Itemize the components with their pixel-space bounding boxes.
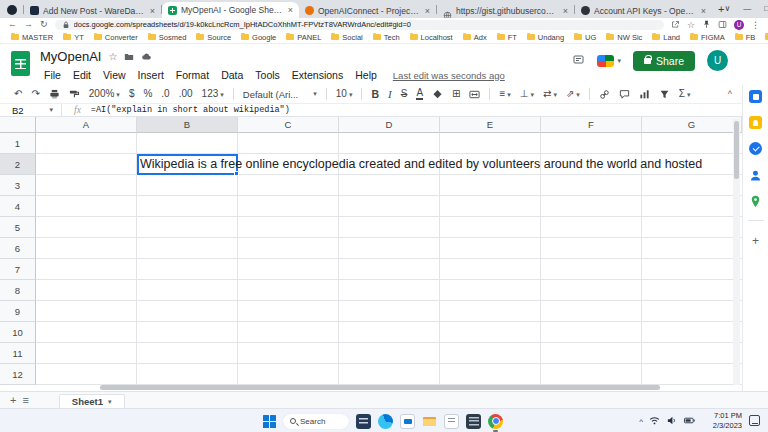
bookmark-folder-tech[interactable]: Tech — [370, 33, 403, 42]
wifi-icon[interactable] — [649, 412, 660, 430]
bookmark-folder-source[interactable]: Source — [193, 33, 234, 42]
bookmark-folder-converter[interactable]: Converter — [91, 33, 141, 42]
keep-icon[interactable] — [749, 116, 762, 129]
horizontal-align-select[interactable]: ≡ ▾ — [499, 89, 510, 99]
row-header-3[interactable]: 3 — [0, 175, 36, 196]
bookmark-star-icon[interactable]: ☆ — [687, 20, 695, 30]
bookmark-folder-gov[interactable]: Gov — [762, 33, 768, 42]
notification-center-icon[interactable] — [749, 415, 760, 426]
sheet-tab-sheet1[interactable]: Sheet1 ▾ — [59, 394, 125, 409]
pinned-tab-favicon[interactable] — [7, 5, 17, 15]
share-button[interactable]: Share — [633, 51, 695, 71]
tray-chevron-icon[interactable]: ^ — [639, 417, 643, 426]
vertical-align-select[interactable]: ⊥ ▾ — [520, 89, 534, 99]
decrease-decimal-icon[interactable]: .0 — [161, 89, 169, 99]
zoom-select[interactable]: 200% ▾ — [89, 89, 120, 99]
text-color-icon[interactable]: A — [416, 88, 423, 100]
tab-close-icon[interactable]: × — [563, 6, 568, 16]
move-folder-icon[interactable] — [124, 52, 134, 62]
bookmark-folder-ug[interactable]: UG — [571, 33, 599, 42]
tab-close-icon[interactable]: × — [150, 6, 155, 16]
column-header-a[interactable]: A — [36, 117, 137, 133]
menu-data[interactable]: Data — [215, 68, 249, 82]
vertical-scrollbar[interactable] — [733, 119, 740, 385]
extension-pin-icon[interactable] — [702, 20, 711, 29]
name-box[interactable]: B2 ▾ — [0, 104, 62, 116]
browser-menu-icon[interactable]: ⋮ — [751, 20, 760, 30]
star-icon[interactable]: ☆ — [108, 51, 117, 62]
vertical-scrollbar-thumb[interactable] — [734, 121, 739, 179]
browser-profile-avatar[interactable]: U — [734, 20, 744, 30]
bookmark-folder-google[interactable]: Google — [238, 33, 279, 42]
browser-tab-4[interactable]: https://gist.githubusercontent.c...× — [437, 3, 574, 18]
notepad-icon[interactable] — [444, 414, 459, 429]
column-header-e[interactable]: E — [440, 117, 541, 133]
horizontal-scrollbar-thumb[interactable] — [100, 385, 660, 390]
back-icon[interactable]: ← — [8, 20, 17, 29]
tasks-icon[interactable] — [749, 142, 762, 155]
column-header-f[interactable]: F — [541, 117, 642, 133]
strikethrough-icon[interactable]: S — [401, 89, 408, 99]
meet-button[interactable]: ▾ — [597, 55, 621, 67]
side-panel-icon[interactable] — [718, 20, 727, 29]
row-header-4[interactable]: 4 — [0, 196, 36, 217]
file-explorer-icon[interactable] — [422, 414, 437, 429]
italic-icon[interactable]: I — [388, 89, 392, 100]
row-header-10[interactable]: 10 — [0, 322, 36, 343]
media-app-icon[interactable] — [466, 414, 481, 429]
add-sheet-button[interactable]: + — [10, 394, 16, 406]
row-header-12[interactable]: 12 — [0, 364, 36, 385]
bookmark-folder-social[interactable]: Social — [328, 33, 365, 42]
reload-icon[interactable]: ↻ — [40, 20, 48, 29]
share-page-icon[interactable] — [671, 20, 680, 29]
menu-file[interactable]: File — [38, 68, 67, 82]
taskbar-clock[interactable]: 7:01 PM 2/3/2023 — [713, 411, 742, 431]
hide-menus-icon[interactable]: ^ — [728, 89, 732, 99]
column-header-c[interactable]: C — [238, 117, 339, 133]
bookmark-folder-localhost[interactable]: Localhost — [407, 33, 456, 42]
increase-decimal-icon[interactable]: .00 — [179, 89, 193, 99]
tab-search-icon[interactable]: ∨ — [724, 4, 730, 13]
volume-icon[interactable] — [666, 412, 677, 430]
merge-cells-icon[interactable] — [469, 89, 480, 100]
formula-input[interactable]: =AI("explain in short about wikipedia") — [91, 105, 290, 115]
menu-extensions[interactable]: Extensions — [286, 68, 349, 82]
redo-icon[interactable]: ↷ — [31, 89, 39, 99]
browser-tab-1[interactable]: Add New Post - WareData | Tech× — [24, 3, 161, 18]
fill-color-icon[interactable] — [432, 89, 443, 100]
browser-tab-2[interactable]: MyOpenAI - Google Sheets× — [162, 2, 299, 18]
row-header-1[interactable]: 1 — [0, 133, 36, 154]
column-header-b[interactable]: B — [137, 117, 238, 133]
maximize-icon[interactable]: □ — [764, 4, 768, 13]
row-header-11[interactable]: 11 — [0, 343, 36, 364]
functions-select[interactable]: Σ ▾ — [679, 89, 691, 99]
column-header-d[interactable]: D — [339, 117, 440, 133]
url-bar[interactable]: docs.google.com/spreadsheets/d/19-k0kcLn… — [55, 20, 664, 30]
contacts-icon[interactable] — [749, 168, 762, 181]
tab-close-icon[interactable]: × — [288, 5, 293, 15]
font-select[interactable]: Default (Ari...▾ — [243, 89, 317, 100]
start-button-icon[interactable] — [263, 415, 276, 428]
account-avatar[interactable]: U — [707, 50, 728, 71]
bookmark-folder-master[interactable]: MASTER — [8, 33, 56, 42]
menu-insert[interactable]: Insert — [132, 68, 170, 82]
select-all-corner[interactable] — [0, 117, 36, 133]
bookmark-folder-adx[interactable]: Adx — [460, 33, 490, 42]
borders-icon[interactable]: ⊞ — [452, 89, 460, 99]
insert-link-icon[interactable] — [599, 89, 610, 100]
bookmark-folder-yt[interactable]: YT — [60, 33, 87, 42]
forward-icon[interactable]: → — [24, 20, 33, 29]
bookmark-folder-land[interactable]: Land — [649, 33, 683, 42]
last-edit-link[interactable]: Last edit was seconds ago — [393, 70, 505, 81]
menu-edit[interactable]: Edit — [67, 68, 97, 82]
sheets-logo-icon[interactable] — [11, 51, 30, 76]
text-rotation-select[interactable]: ⇗ ▾ — [566, 89, 580, 99]
tab-close-icon[interactable]: × — [701, 6, 706, 16]
get-addons-icon[interactable]: + — [752, 234, 759, 248]
bookmark-folder-undang[interactable]: Undang — [524, 33, 567, 42]
menu-help[interactable]: Help — [349, 68, 383, 82]
bold-icon[interactable]: B — [371, 89, 379, 100]
text-wrap-select[interactable]: ⇄ ▾ — [543, 89, 557, 99]
row-header-8[interactable]: 8 — [0, 280, 36, 301]
row-header-7[interactable]: 7 — [0, 259, 36, 280]
